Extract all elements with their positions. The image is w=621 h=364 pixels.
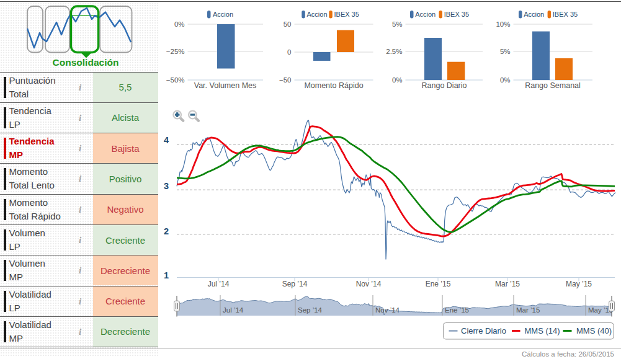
svg-text:Accion: Accion: [415, 11, 436, 18]
svg-text:MMS (14): MMS (14): [525, 326, 560, 335]
svg-text:5%: 5%: [500, 48, 511, 55]
svg-text:Consolidación: Consolidación: [53, 57, 119, 68]
svg-text:Sep ’14: Sep ’14: [298, 306, 323, 314]
svg-text:Nov ’14: Nov ’14: [375, 306, 400, 314]
svg-text:1: 1: [164, 270, 169, 280]
svg-text:Mar ’15: Mar ’15: [495, 280, 520, 288]
svg-text:Sep ’14: Sep ’14: [282, 280, 308, 288]
svg-text:Mar ’15: Mar ’15: [516, 306, 540, 314]
svg-text:Cierre Diario: Cierre Diario: [461, 326, 506, 335]
svg-text:Rango Semanal: Rango Semanal: [525, 81, 581, 90]
svg-text:0%: 0%: [392, 76, 403, 84]
svg-text:10%: 10%: [496, 20, 510, 28]
svg-text:MMS (40): MMS (40): [576, 326, 612, 335]
svg-text:2.5%: 2.5%: [386, 48, 402, 55]
svg-text:50: 50: [284, 20, 292, 28]
svg-text:Momento Rápido: Momento Rápido: [304, 81, 363, 90]
svg-text:Accion: Accion: [307, 11, 328, 18]
svg-text:IBEX 35: IBEX 35: [334, 11, 359, 18]
svg-text:IBEX 35: IBEX 35: [444, 11, 469, 18]
svg-text:Rango Diario: Rango Diario: [422, 81, 467, 90]
svg-text:5%: 5%: [392, 20, 403, 28]
svg-text:May ’15: May ’15: [566, 280, 592, 288]
svg-text:−25%: −25%: [166, 48, 185, 55]
svg-text:Accion: Accion: [213, 11, 233, 18]
svg-text:Accion: Accion: [524, 11, 544, 18]
svg-text:Jul ’14: Jul ’14: [223, 306, 244, 314]
svg-text:Jul ’14: Jul ’14: [208, 280, 230, 288]
svg-text:Nov ’14: Nov ’14: [356, 280, 382, 288]
svg-text:0%: 0%: [500, 76, 511, 84]
svg-text:0%: 0%: [174, 20, 185, 28]
svg-text:IBEX 35: IBEX 35: [553, 11, 578, 18]
svg-text:4: 4: [164, 135, 169, 145]
svg-text:0: 0: [287, 48, 291, 56]
svg-text:−50: −50: [279, 76, 292, 84]
svg-text:Ene ’15: Ene ’15: [445, 306, 469, 314]
svg-text:−50%: −50%: [166, 76, 185, 84]
svg-text:Var. Volumen Mes: Var. Volumen Mes: [194, 81, 257, 90]
svg-text:Ene ’15: Ene ’15: [426, 280, 451, 288]
svg-text:3: 3: [164, 181, 169, 191]
svg-text:2: 2: [164, 226, 169, 236]
